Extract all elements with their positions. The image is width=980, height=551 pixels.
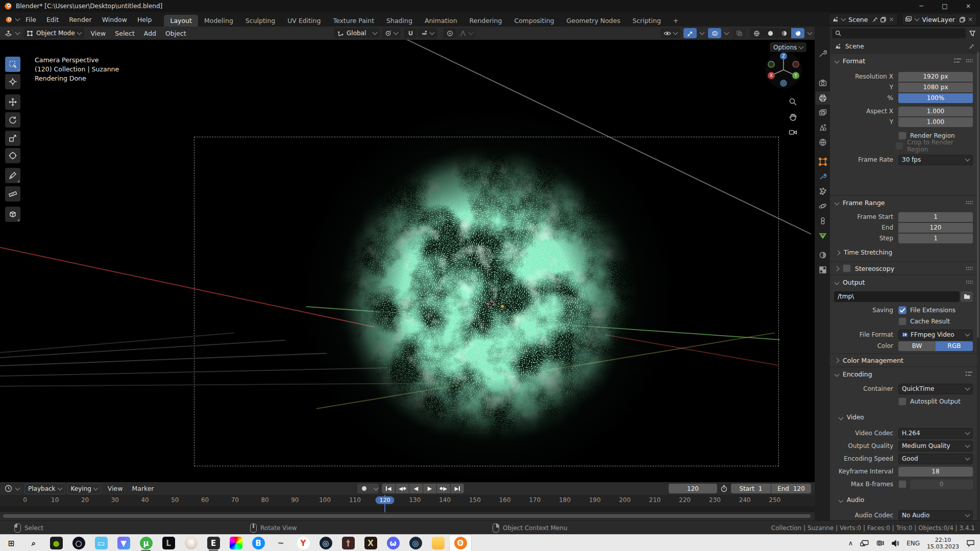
- color-bw-button[interactable]: BW: [898, 341, 936, 351]
- shading-solid-button[interactable]: [764, 28, 777, 38]
- camera-tray-icon[interactable]: [876, 540, 884, 546]
- format-presets[interactable]: [954, 58, 973, 64]
- workspace-tab-texture-paint[interactable]: Texture Paint: [327, 15, 380, 27]
- tab-material[interactable]: [816, 248, 830, 262]
- taskbar-icon-folder[interactable]: [427, 535, 449, 551]
- scene-icon[interactable]: [831, 15, 839, 23]
- frame-end-header-field[interactable]: End120: [771, 484, 811, 493]
- time-stretching-header[interactable]: Time Stretching: [844, 249, 892, 256]
- snap-toggle[interactable]: [404, 28, 417, 38]
- object-visibility-dropdown[interactable]: [660, 28, 680, 38]
- editor-type-icon[interactable]: [4, 29, 12, 37]
- autosplit-checkbox[interactable]: [898, 397, 906, 406]
- tool-add-cube[interactable]: [5, 207, 20, 222]
- view-layer-icon[interactable]: [904, 15, 913, 23]
- jump-to-end-button[interactable]: ▶: [451, 484, 464, 493]
- timeline-track[interactable]: [0, 506, 815, 512]
- resolution-y-field[interactable]: 1080 px: [898, 83, 973, 92]
- frame-end-field[interactable]: 120: [898, 223, 973, 233]
- menu-help[interactable]: Help: [132, 16, 157, 23]
- shading-rendered-button[interactable]: [791, 28, 804, 38]
- container-dropdown[interactable]: QuickTime: [898, 384, 973, 394]
- playback-menu[interactable]: Playback: [24, 483, 65, 494]
- gizmos-dropdown-icon[interactable]: [697, 29, 705, 37]
- frame-step-field[interactable]: 1: [898, 234, 973, 243]
- play-button[interactable]: ▶: [423, 484, 436, 493]
- tab-particles[interactable]: [816, 185, 830, 198]
- audio-subpanel-header[interactable]: Audio: [847, 496, 864, 504]
- breadcrumb-scene[interactable]: Scene: [845, 43, 864, 50]
- taskbar-icon-obs-studio[interactable]: ○: [67, 535, 90, 551]
- timeline-scrollbar[interactable]: [3, 514, 811, 518]
- aspect-y-field[interactable]: 1.000: [898, 117, 973, 127]
- workspace-tab-rendering[interactable]: Rendering: [463, 15, 508, 27]
- proportional-falloff-dropdown[interactable]: [456, 28, 476, 38]
- tool-scale[interactable]: [5, 131, 20, 146]
- new-view-layer-icon[interactable]: [958, 15, 966, 23]
- new-scene-icon[interactable]: [879, 15, 887, 23]
- taskbar-icon-rgb-app[interactable]: [225, 535, 247, 551]
- taskbar-icon-battle-net[interactable]: B: [247, 535, 270, 551]
- view-layer-name[interactable]: ViewLayer: [922, 16, 955, 23]
- stereoscopy-checkbox[interactable]: [843, 264, 851, 272]
- taskbar-icon-steam[interactable]: ◎: [314, 535, 337, 551]
- taskbar-icon-league-of-legends[interactable]: L: [157, 535, 180, 551]
- menu-view[interactable]: View: [86, 30, 111, 37]
- panel-color-management-header[interactable]: Color Management: [830, 354, 977, 366]
- jump-to-start-button[interactable]: ◀: [382, 484, 395, 493]
- taskbar-icon-blender[interactable]: ʘ: [449, 535, 472, 551]
- panel-frame-range-header[interactable]: Frame Range: [830, 196, 977, 209]
- timeline-ruler[interactable]: 0102030405060708090100110130140150160170…: [0, 495, 815, 506]
- blender-menu-icon[interactable]: [4, 15, 12, 23]
- file-extensions-checkbox[interactable]: [898, 306, 906, 314]
- tab-texture[interactable]: [816, 263, 830, 277]
- pivot-point-dropdown[interactable]: [382, 28, 401, 38]
- current-frame-pill[interactable]: 120: [376, 496, 395, 504]
- workspace-tab-compositing[interactable]: Compositing: [508, 15, 560, 27]
- taskbar-icon-discord[interactable]: ω: [382, 535, 404, 551]
- blender-menu-chevron-icon[interactable]: [12, 15, 20, 23]
- taskbar-clock[interactable]: 22:10 15.03.2023: [927, 537, 959, 550]
- output-quality-dropdown[interactable]: Medium Quality: [898, 441, 973, 452]
- max-bframes-field[interactable]: 0: [910, 480, 973, 489]
- workspace-tab-modeling[interactable]: Modeling: [198, 15, 239, 27]
- panel-stereoscopy-header[interactable]: Stereoscopy: [830, 262, 977, 274]
- keyframe-interval-field[interactable]: 18: [898, 467, 973, 477]
- encoding-presets[interactable]: [965, 371, 973, 377]
- editor-type-chevron-icon[interactable]: [12, 29, 20, 37]
- video-codec-dropdown[interactable]: H.264: [898, 428, 973, 439]
- encoding-speed-dropdown[interactable]: Good: [898, 454, 973, 464]
- tool-measure[interactable]: [5, 186, 20, 202]
- current-frame-field[interactable]: 120: [669, 484, 717, 493]
- workspace-tab-geometry-nodes[interactable]: Geometry Nodes: [560, 15, 626, 27]
- file-format-dropdown[interactable]: FFmpeg Video: [898, 330, 973, 340]
- previous-keyframe-button[interactable]: ◀: [396, 484, 409, 493]
- panel-format-header[interactable]: Format: [830, 54, 977, 67]
- play-reverse-button[interactable]: ◀: [409, 484, 423, 493]
- taskbar-icon-game-dark[interactable]: †: [337, 535, 359, 551]
- max-bframes-checkbox[interactable]: [898, 480, 906, 488]
- output-path-field[interactable]: /tmp\: [834, 291, 960, 302]
- tab-constraints[interactable]: [816, 214, 830, 228]
- scene-dropdown-icon[interactable]: [841, 16, 846, 21]
- workspace-tab-layout[interactable]: Layout: [164, 15, 198, 27]
- video-subpanel-header[interactable]: Video: [847, 414, 864, 421]
- browse-folder-button[interactable]: [961, 291, 973, 302]
- tab-scene[interactable]: [816, 121, 830, 134]
- frame-rate-dropdown[interactable]: 30 fps: [898, 155, 973, 165]
- transform-orientation-dropdown[interactable]: Global: [334, 28, 380, 38]
- snap-target-dropdown[interactable]: [418, 28, 437, 38]
- properties-scrollbar[interactable]: [977, 52, 979, 338]
- taskbar-icon-start[interactable]: ⊞: [0, 535, 22, 551]
- pin-icon[interactable]: [968, 43, 975, 50]
- stopwatch-icon[interactable]: [720, 485, 728, 492]
- taskbar-icon-utorrent[interactable]: µ: [135, 535, 157, 551]
- tab-physics[interactable]: [816, 199, 830, 213]
- workspace-tab-shading[interactable]: Shading: [380, 15, 419, 27]
- language-indicator[interactable]: ENG: [906, 540, 920, 547]
- taskbar-icon-tornado-app[interactable]: [180, 535, 202, 551]
- taskbar-icon-steam-2[interactable]: ◎: [404, 535, 427, 551]
- unlink-scene-icon[interactable]: ×: [887, 15, 895, 23]
- remove-view-layer-icon[interactable]: ×: [966, 15, 974, 23]
- overlays-toggle[interactable]: [708, 28, 721, 38]
